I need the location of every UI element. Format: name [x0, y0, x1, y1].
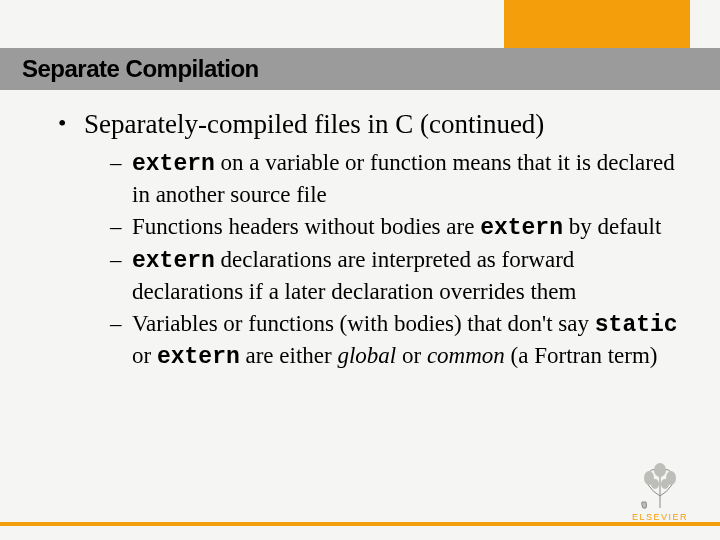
slide-title: Separate Compilation: [22, 55, 259, 83]
text-run: common: [427, 343, 505, 368]
decorative-orange-block: [504, 0, 690, 48]
text-run: extern: [157, 344, 240, 370]
svg-point-2: [654, 463, 666, 477]
sub-bullet-item: Variables or functions (with bodies) tha…: [110, 309, 680, 373]
text-run: by default: [563, 214, 661, 239]
tree-icon: [635, 462, 685, 510]
text-run: global: [337, 343, 396, 368]
text-run: extern: [480, 215, 563, 241]
text-run: static: [595, 312, 678, 338]
sub-bullet-list: extern on a variable or function means t…: [84, 148, 680, 373]
text-run: are either: [240, 343, 338, 368]
text-run: Variables or functions (with bodies) tha…: [132, 311, 595, 336]
bullet-item: Separately-compiled files in C (continue…: [56, 108, 680, 373]
slide: Separate Compilation Separately-compiled…: [0, 0, 720, 540]
text-run: Functions headers without bodies are: [132, 214, 480, 239]
footer-accent-line: [0, 522, 720, 526]
content-area: Separately-compiled files in C (continue…: [56, 108, 680, 379]
svg-point-3: [651, 479, 659, 489]
svg-point-4: [661, 479, 669, 489]
text-run: or: [132, 343, 157, 368]
publisher-logo: ELSEVIER: [620, 462, 700, 522]
sub-bullet-item: Functions headers without bodies are ext…: [110, 212, 680, 244]
publisher-name: ELSEVIER: [624, 512, 696, 522]
title-bar: Separate Compilation: [0, 48, 720, 90]
text-run: or: [396, 343, 427, 368]
text-run: extern: [132, 151, 215, 177]
sub-bullet-item: extern declarations are interpreted as f…: [110, 245, 680, 307]
bullet-list: Separately-compiled files in C (continue…: [56, 108, 680, 373]
bullet-text: Separately-compiled files in C (continue…: [84, 109, 544, 139]
text-run: extern: [132, 248, 215, 274]
sub-bullet-item: extern on a variable or function means t…: [110, 148, 680, 210]
text-run: (a Fortran term): [505, 343, 658, 368]
